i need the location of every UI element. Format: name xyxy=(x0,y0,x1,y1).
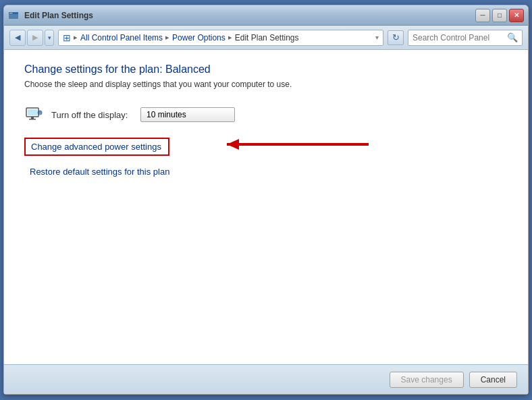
breadcrumb-separator-2: ▸ xyxy=(165,33,169,42)
breadcrumb-item-1[interactable]: All Control Panel Items xyxy=(80,33,163,42)
svg-rect-5 xyxy=(28,109,37,115)
refresh-button[interactable]: ↻ xyxy=(388,30,404,45)
search-input[interactable] xyxy=(413,33,504,42)
svg-point-2 xyxy=(9,12,11,13)
svg-marker-11 xyxy=(227,139,239,150)
forward-button[interactable]: ▶ xyxy=(27,30,43,46)
breadcrumb-item-3: Edit Plan Settings xyxy=(235,33,299,42)
svg-point-3 xyxy=(11,12,13,13)
minimize-button[interactable]: ─ xyxy=(475,9,490,22)
search-bar: 🔍 xyxy=(408,30,523,46)
page-title: Change settings for the plan: Balanced xyxy=(24,63,508,76)
advanced-link[interactable]: Change advanced power settings xyxy=(31,142,161,152)
back-button[interactable]: ◀ xyxy=(9,30,26,46)
search-icon[interactable]: 🔍 xyxy=(507,32,518,42)
monitor-svg: i xyxy=(25,106,43,123)
close-button[interactable]: ✕ xyxy=(509,9,524,22)
annotation-container: Change advanced power settings Restore d… xyxy=(24,138,508,177)
svg-rect-7 xyxy=(29,119,36,120)
display-dropdown[interactable]: 1 minute 2 minutes 3 minutes 5 minutes 1… xyxy=(140,107,235,122)
page-subtitle: Choose the sleep and display settings th… xyxy=(24,80,508,89)
monitor-icon: i xyxy=(24,105,43,124)
breadcrumb-separator-3: ▸ xyxy=(228,33,232,42)
bottom-bar: Save changes Cancel xyxy=(4,364,528,394)
nav-buttons: ◀ ▶ ▾ xyxy=(9,30,54,46)
title-bar: Edit Plan Settings ─ □ ✕ xyxy=(4,5,528,26)
restore-link[interactable]: Restore default settings for this plan xyxy=(30,167,169,177)
svg-rect-6 xyxy=(31,117,34,119)
breadcrumb-bar: ⊞ ▸ All Control Panel Items ▸ Power Opti… xyxy=(58,30,383,46)
window-controls: ─ □ ✕ xyxy=(475,9,524,22)
main-window: Edit Plan Settings ─ □ ✕ ◀ ▶ ▾ ⊞ ▸ All C… xyxy=(3,5,529,395)
breadcrumb-expand-icon: ▾ xyxy=(375,34,379,41)
breadcrumb-separator-1: ▸ xyxy=(74,33,78,42)
maximize-button[interactable]: □ xyxy=(492,9,507,22)
nav-dropdown-button[interactable]: ▾ xyxy=(45,30,54,46)
breadcrumb-dropdown: ▾ xyxy=(375,34,379,41)
save-changes-button[interactable]: Save changes xyxy=(390,372,464,388)
links-section: Change advanced power settings Restore d… xyxy=(24,138,508,177)
window-icon xyxy=(8,10,19,21)
red-arrow-annotation xyxy=(173,131,375,171)
breadcrumb-item-2[interactable]: Power Options xyxy=(172,33,225,42)
content-area: Change settings for the plan: Balanced C… xyxy=(4,50,528,364)
svg-text:i: i xyxy=(39,111,40,115)
cancel-button[interactable]: Cancel xyxy=(469,372,517,388)
display-dropdown-wrapper: 1 minute 2 minutes 3 minutes 5 minutes 1… xyxy=(140,107,235,122)
address-bar: ◀ ▶ ▾ ⊞ ▸ All Control Panel Items ▸ Powe… xyxy=(4,26,528,50)
window-title: Edit Plan Settings xyxy=(24,11,93,20)
display-label: Turn off the display: xyxy=(51,110,132,120)
advanced-link-box: Change advanced power settings xyxy=(24,138,169,156)
display-setting-row: i Turn off the display: 1 minute 2 minut… xyxy=(24,105,508,124)
